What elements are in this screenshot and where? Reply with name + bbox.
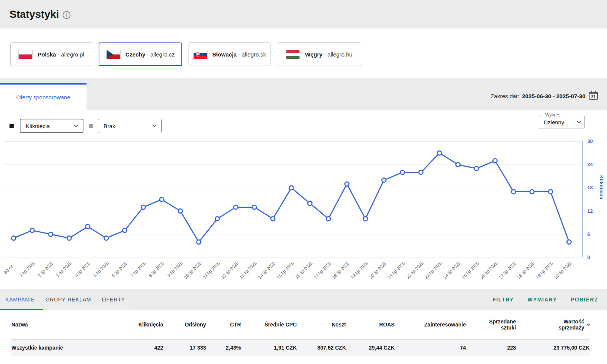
table-cell: 1,91 CZK [241,339,297,356]
table-cell: Wszystkie kampanie [11,339,118,356]
table-row[interactable]: Wszystkie kampanie42217 3332,43%1,91 CZK… [11,339,590,356]
active-tab-underline [0,309,43,310]
column-header: CTR [206,310,241,339]
download-button[interactable]: POBIERZ [571,297,598,303]
hungary-flag-icon [286,50,300,59]
dimensions-button[interactable]: WYMIARY [528,297,557,303]
tab-kampanie[interactable]: KAMPANIE [5,297,35,303]
campaigns-table: NazwaKliknięciaOdsłonyCTRŚrednie CPCKosz… [11,310,590,356]
table-actions: FILTRY WYMIARY POBIERZ [492,289,598,310]
czech-flag-icon [106,50,121,59]
primary-metric-select[interactable]: Kliknięcia [20,119,83,133]
market-button-czechy[interactable]: Czechy- allegro.cz [99,42,182,66]
slovakia-flag-icon [193,50,208,59]
chevron-down-icon [74,123,78,127]
calendar-icon[interactable]: 31 [588,90,598,102]
column-header: Odsłony [163,310,206,339]
poland-flag-icon [18,50,33,59]
page-header: Statystyki i [0,0,607,28]
table-cell: 29,44 CZK [346,339,395,356]
table-cell: 74 [395,339,466,356]
tab-oferty[interactable]: OFERTY [102,297,125,303]
table-toolbar: KAMPANIE GRUPY REKLAM OFERTY FILTRY WYMI… [0,289,607,310]
tab-label: Oferty sponsorowane [16,94,71,100]
column-header: Koszt [297,310,346,339]
y-tick: 12 [587,208,600,214]
y-tick: 0 [587,254,600,260]
tab-oferty-sponsorowane[interactable]: Oferty sponsorowane [0,83,86,110]
info-icon[interactable]: i [63,11,71,19]
table-cell: 2,43% [206,339,241,356]
y-axis-label: Kliknięcia [599,175,604,199]
market-label: Polska- allegro.pl [38,51,84,58]
y-tick: 30 [587,138,600,144]
market-label: Czechy- allegro.cz [126,51,175,58]
date-range-picker[interactable]: Zakres dat: 2025-06-30 - 2025-07-30 31 [491,91,598,101]
chevron-down-icon [577,119,581,123]
table-tabs: KAMPANIE GRUPY REKLAM OFERTY [5,289,125,310]
markets-panel: Polska- allegro.pl Czechy- allegro.cz Sł… [0,28,607,78]
page-title: Statystyki [9,8,59,20]
chart-type-label: Wykres [544,112,562,118]
market-button-polska[interactable]: Polska- allegro.pl [10,42,92,66]
date-range-label: Zakres dat: [491,93,519,99]
secondary-metric-value: Brak [104,123,115,129]
chart-type-select[interactable]: Wykres Dzienny [539,112,585,129]
line-chart [4,141,583,257]
filters-button[interactable]: FILTRY [492,297,514,303]
table-cell: 807,62 CZK [297,339,346,356]
table-cell: 23 775,00 CZK [516,339,590,356]
primary-metric-value: Kliknięcia [26,123,50,129]
secondary-metric-marker [89,124,93,128]
chart-type-value: Dzienny [544,119,564,126]
secondary-metric-select[interactable]: Brak [98,119,162,133]
column-header: Nazwa [11,310,118,339]
market-label: Węgry- allegro.hu [305,51,352,58]
table-header-row: NazwaKliknięciaOdsłonyCTRŚrednie CPCKosz… [11,310,590,339]
column-header[interactable]: Wartość sprzedaży [516,310,590,339]
primary-metric-marker [9,124,14,128]
column-header: Sprzedane sztuki [466,310,516,339]
sort-chevron-icon[interactable] [587,322,590,326]
column-header: ROAS [346,310,395,339]
chevron-down-icon [152,123,156,127]
column-header: Kliknięcia [118,310,163,339]
y-tick: 6 [587,231,600,237]
column-header: Średnie CPC [241,310,297,339]
market-label: Słowacja- allegro.sk [212,51,266,58]
table-cell: 228 [466,339,516,356]
y-tick: 24 [587,162,600,167]
market-button-slowacja[interactable]: Słowacja- allegro.sk [189,42,270,66]
table-cell: 17 333 [163,339,206,356]
svg-text:31: 31 [591,94,596,99]
chart-panel: Kliknięcia Brak Wykres Dzienny 061218243… [0,110,607,289]
tab-grupy-reklam[interactable]: GRUPY REKLAM [46,297,91,303]
market-button-wegry[interactable]: Węgry- allegro.hu [277,42,361,66]
table-panel: NazwaKliknięciaOdsłonyCTRŚrednie CPCKosz… [0,310,607,364]
date-range-value: 2025-06-30 - 2025-07-30 [522,93,585,99]
table-cell: 422 [118,339,163,356]
y-tick: 18 [587,185,600,190]
column-header: Zainteresowanie [395,310,466,339]
